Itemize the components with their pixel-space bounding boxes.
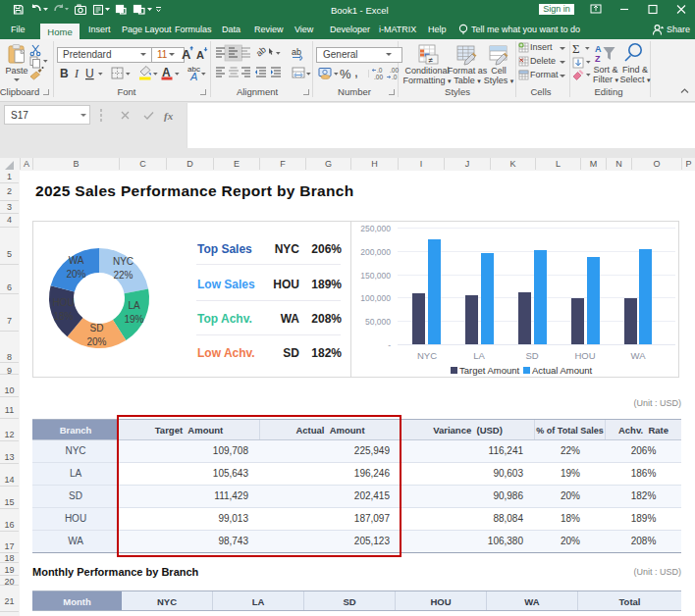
svg-text:.00: .00	[374, 74, 383, 80]
svg-text:.00: .00	[390, 67, 399, 74]
svg-text:A: A	[189, 71, 197, 82]
svg-text:Z: Z	[595, 54, 601, 64]
svg-text:A: A	[182, 47, 191, 62]
svg-text:ab: ab	[292, 47, 301, 57]
svg-text:U: U	[85, 67, 94, 80]
svg-text:≠: ≠	[429, 56, 434, 65]
svg-text:Σ: Σ	[572, 41, 580, 56]
svg-text:ab: ab	[254, 44, 268, 58]
svg-text:.0: .0	[377, 67, 383, 74]
svg-text:B: B	[60, 67, 69, 80]
svg-text:A: A	[595, 44, 602, 54]
svg-text:,: ,	[354, 64, 358, 79]
svg-text:.0: .0	[392, 74, 398, 80]
svg-text:I: I	[74, 67, 80, 80]
svg-text:%: %	[340, 67, 351, 81]
svg-text:fx: fx	[164, 110, 174, 122]
svg-text:A: A	[196, 49, 204, 61]
